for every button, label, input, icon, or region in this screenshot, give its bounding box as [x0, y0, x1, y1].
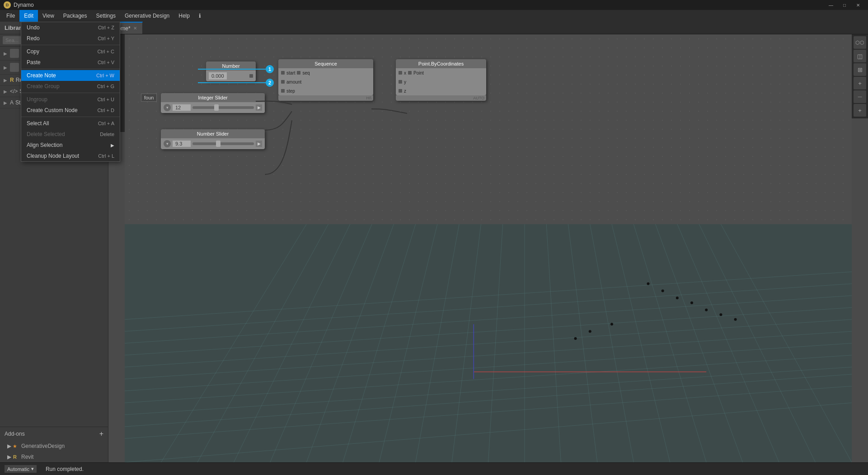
menu-edit[interactable]: Edit	[19, 10, 38, 22]
menu-create-custom-node[interactable]: Create Custom Node Ctrl + D	[21, 105, 120, 116]
num-slider-right-button[interactable]: ▶	[256, 141, 262, 147]
minimize-button[interactable]: —	[825, 1, 837, 9]
callout-1-line	[198, 69, 266, 70]
redo-shortcut: Ctrl + Y	[98, 36, 114, 41]
menu-create-group[interactable]: Create Group Ctrl + G	[21, 81, 120, 92]
app-logo: D	[4, 1, 11, 9]
menu-settings[interactable]: Settings	[92, 10, 120, 22]
chevron-right-icon-2: ▶	[4, 65, 7, 70]
int-slider-value: 12	[173, 104, 191, 111]
point-node-body: x Point y z	[396, 68, 486, 95]
tab-close-icon[interactable]: ✕	[133, 26, 137, 31]
addon-revit-icon: R	[11, 453, 19, 461]
menubar: File Edit View Packages Settings Generat…	[0, 10, 868, 22]
point-y-label: y	[404, 80, 406, 85]
menu-align-selection[interactable]: Align Selection ▶	[21, 140, 120, 150]
menu-redo[interactable]: Redo Ctrl + Y	[21, 33, 120, 44]
section1-icon	[10, 49, 19, 58]
int-slider-thumb[interactable]	[214, 104, 219, 111]
menu-undo[interactable]: Undo Ctrl + Z	[21, 22, 120, 33]
addon-revit[interactable]: ▶ R Revit	[0, 451, 108, 462]
window-controls: — □ ✕	[825, 1, 864, 9]
cleanup-node-layout-label: Cleanup Node Layout	[27, 153, 79, 159]
run-status-text: Run completed.	[46, 466, 84, 472]
svg-line-19	[343, 224, 416, 462]
align-selection-label: Align Selection	[27, 142, 62, 148]
sequence-start-label: start	[286, 71, 295, 75]
menu-info[interactable]: ℹ	[194, 10, 206, 22]
menu-file[interactable]: File	[2, 10, 19, 22]
menu-packages[interactable]: Packages	[59, 10, 92, 22]
undo-shortcut: Ctrl + Z	[98, 25, 114, 30]
ungroup-shortcut: Ctrl + U	[97, 97, 114, 102]
svg-line-33	[721, 224, 852, 462]
int-slider-right-button[interactable]: ▶	[256, 104, 262, 111]
point-output-label: Point	[413, 71, 424, 75]
svg-point-45	[574, 337, 577, 340]
addons-label: Add-ons	[5, 431, 25, 437]
sequence-seq-label: seq	[302, 71, 310, 75]
create-note-shortcut: Ctrl + W	[96, 73, 114, 78]
sequence-node[interactable]: Sequence start seq amount	[278, 59, 373, 101]
point-input-z: z	[396, 86, 486, 95]
svg-line-26	[568, 224, 597, 462]
zoom-in-button[interactable]: +	[854, 77, 866, 89]
zoom-out-button[interactable]: +	[854, 104, 866, 117]
layout-button[interactable]: ◫	[854, 50, 866, 62]
number-output-port	[249, 74, 253, 78]
addon-revit-label: Revit	[21, 454, 33, 460]
num-slider-thumb[interactable]	[216, 141, 221, 147]
num-slider-expand-button[interactable]: ▾	[164, 140, 171, 147]
menu-cleanup-node-layout[interactable]: Cleanup Node Layout Ctrl + L	[21, 150, 120, 161]
menu-create-note[interactable]: Create Note Ctrl + W	[21, 70, 120, 81]
int-slider-track[interactable]	[192, 106, 254, 109]
right-toolbar: ⬡⬡ ◫ ⊞ + — +	[852, 34, 868, 118]
menu-delete-selected[interactable]: Delete Selected Delete	[21, 129, 120, 140]
sequence-input-amount: amount	[278, 77, 373, 86]
menu-help[interactable]: Help	[174, 10, 194, 22]
node-canvas[interactable]: ↖ ✋ ⊕ ◎ ⌛ ≡ fx ⬡⬡ ◫ ⊞ + — +	[108, 34, 868, 462]
int-slider-title: Integer Slider	[198, 95, 227, 100]
paste-label: Paste	[27, 59, 41, 66]
addon-generativedesign[interactable]: ▶ ★ GenerativeDesign	[0, 441, 108, 451]
integer-slider-node[interactable]: Integer Slider ▾ 12 ▶	[161, 93, 265, 113]
menu-ungroup[interactable]: Ungroup Ctrl + U	[21, 94, 120, 105]
point-bycoordinates-node[interactable]: Point.ByCoordinates x Point y	[396, 59, 486, 101]
statusbar: Automatic ▾ Run completed.	[0, 462, 868, 475]
separator-1	[21, 45, 120, 45]
svg-point-39	[690, 301, 693, 304]
app-title: Dynamo	[14, 2, 825, 8]
chevron-right-icon-4: ▶	[4, 89, 7, 94]
menu-copy[interactable]: Copy Ctrl + C	[21, 46, 120, 57]
chevron-right-icon-5: ▶	[4, 100, 7, 105]
menu-paste[interactable]: Paste Ctrl + V	[21, 57, 120, 68]
generativedesign-icon: ★	[11, 442, 19, 450]
addons-plus-icon[interactable]: +	[99, 430, 103, 438]
select-all-label: Select All	[27, 120, 49, 127]
menu-select-all[interactable]: Select All Ctrl + A	[21, 118, 120, 129]
addon-chevron-1: ▶	[7, 443, 11, 449]
background-toggle-button[interactable]: ⬡⬡	[854, 36, 866, 49]
svg-line-23	[488, 224, 503, 462]
callout-2-number: 2	[266, 79, 274, 87]
int-slider-expand-button[interactable]: ▾	[164, 104, 171, 111]
run-mode-dropdown[interactable]: Automatic ▾	[5, 465, 37, 473]
number-slider-node[interactable]: Number Slider ▾ 9.3 ▶	[161, 129, 265, 149]
svg-line-4	[125, 343, 852, 391]
zoom-reset-button[interactable]: —	[854, 90, 866, 103]
svg-point-40	[705, 309, 708, 311]
menu-generativedesign[interactable]: Generative Design	[120, 10, 174, 22]
svg-line-11	[125, 403, 852, 462]
fit-view-button[interactable]: ⊞	[854, 63, 866, 76]
svg-line-9	[125, 284, 852, 331]
undo-label: Undo	[27, 24, 40, 31]
sequence-seq-port	[297, 71, 300, 75]
callout-1-line-container: 1	[198, 65, 274, 73]
menu-view[interactable]: View	[38, 10, 59, 22]
chevron-right-icon-3: ▶	[4, 78, 7, 83]
create-custom-node-label: Create Custom Node	[27, 107, 78, 113]
num-slider-track[interactable]	[192, 142, 254, 145]
close-button[interactable]: ✕	[852, 1, 864, 9]
maximize-button[interactable]: □	[838, 1, 851, 9]
copy-shortcut: Ctrl + C	[97, 49, 114, 54]
